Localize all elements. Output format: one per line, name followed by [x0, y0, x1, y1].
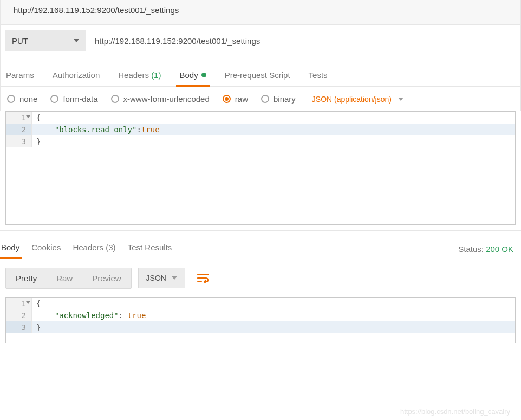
resp-tab-body[interactable]: Body: [1, 240, 19, 259]
resp-tab-tests[interactable]: Test Results: [128, 240, 172, 259]
fold-icon[interactable]: [26, 115, 30, 118]
request-title-bar: http://192.168.119.152:9200/test001/_set…: [0, 0, 521, 25]
response-toolbar: Pretty Raw Preview JSON: [0, 259, 521, 297]
tab-headers[interactable]: Headers (1): [118, 66, 161, 86]
tab-params[interactable]: Params: [6, 66, 34, 86]
tab-prerequest[interactable]: Pre-request Script: [225, 66, 290, 86]
request-title: http://192.168.119.152:9200/test001/_set…: [14, 5, 179, 15]
caret-down-icon: [74, 39, 79, 42]
body-indicator-dot-icon: [201, 73, 206, 77]
content-type-select[interactable]: JSON (application/json): [312, 95, 403, 104]
response-section: Body Cookies Headers (3) Test Results St…: [0, 230, 521, 343]
response-tabs-row: Body Cookies Headers (3) Test Results St…: [0, 231, 521, 259]
watermark: https://blog.csdn.net/boling_cavalry: [400, 408, 510, 416]
caret-down-icon: [398, 98, 403, 101]
response-body-editor[interactable]: 1 { 2 "acknowledged": true 3 }: [5, 297, 516, 343]
body-type-row: none form-data x-www-form-urlencoded raw…: [0, 87, 521, 111]
url-method-row: PUT: [0, 25, 521, 56]
radio-icon: [111, 95, 119, 103]
radio-urlencoded[interactable]: x-www-form-urlencoded: [111, 94, 210, 104]
status-label: Status: 200 OK: [458, 244, 520, 254]
wrap-lines-button[interactable]: [192, 267, 214, 289]
radio-icon: [7, 95, 15, 103]
resp-tab-cookies[interactable]: Cookies: [31, 240, 61, 259]
radio-binary[interactable]: binary: [261, 94, 296, 104]
url-input-wrap[interactable]: [86, 30, 516, 51]
radio-formdata[interactable]: form-data: [50, 94, 97, 104]
resp-tab-headers[interactable]: Headers (3): [73, 240, 115, 259]
radio-raw[interactable]: raw: [223, 94, 248, 104]
caret-down-icon: [172, 276, 177, 280]
view-preview-button[interactable]: Preview: [82, 268, 131, 288]
text-cursor-icon: [160, 125, 160, 134]
radio-icon-selected: [223, 95, 231, 103]
status-value: 200 OK: [486, 244, 513, 254]
radio-icon: [261, 95, 269, 103]
radio-none[interactable]: none: [7, 94, 37, 104]
wrap-lines-icon: [197, 273, 209, 283]
fold-icon[interactable]: [26, 301, 30, 304]
url-input[interactable]: [94, 36, 508, 46]
method-select[interactable]: PUT: [5, 30, 86, 51]
text-cursor-icon: [41, 323, 41, 332]
tab-tests[interactable]: Tests: [309, 66, 328, 86]
tab-body[interactable]: Body: [179, 66, 206, 86]
request-body-editor[interactable]: 1 { 2 "blocks.read_only":true 3 }: [5, 111, 516, 225]
tab-authorization[interactable]: Authorization: [53, 66, 100, 86]
view-pretty-button[interactable]: Pretty: [6, 268, 47, 288]
request-tabs: Params Authorization Headers (1) Body Pr…: [0, 56, 521, 87]
view-mode-group: Pretty Raw Preview: [5, 268, 132, 289]
method-value: PUT: [12, 36, 28, 46]
radio-icon: [50, 95, 58, 103]
view-raw-button[interactable]: Raw: [47, 268, 82, 288]
format-select[interactable]: JSON: [138, 268, 185, 288]
